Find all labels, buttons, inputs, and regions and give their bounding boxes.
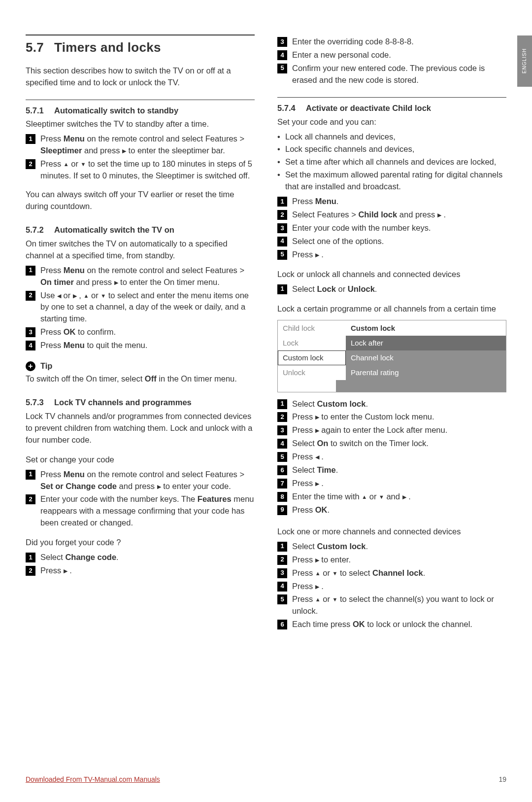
step-text: Select Custom lock. xyxy=(292,398,506,410)
step-badge: 3 xyxy=(277,425,287,435)
step-text: Enter a new personal code. xyxy=(292,49,506,61)
steps-574: 1Press Menu.2Select Features > Child loc… xyxy=(277,196,506,261)
heading-lock-all: Lock or unlock all channels and connecte… xyxy=(277,269,506,280)
step-badge: 1 xyxy=(26,266,35,276)
step: 3Enter your code with the number keys. xyxy=(277,222,506,234)
step: 9Press OK. xyxy=(277,504,506,516)
subheading-571: 5.7.1Automatically switch to standby xyxy=(26,105,255,117)
step-text: Press ▲ or ▼ to select the channel(s) yo… xyxy=(292,593,506,617)
step-badge: 4 xyxy=(277,582,287,592)
step: 4Select one of the options. xyxy=(277,236,506,247)
subheading-574: 5.7.4Activate or deactivate Child lock xyxy=(277,103,506,114)
step-text: Press ▶ . xyxy=(292,249,506,261)
step-text: Select Features > Child lock and press ▶… xyxy=(292,209,506,221)
step: 4Press Menu to quit the menu. xyxy=(26,340,255,351)
step-badge: 1 xyxy=(26,553,35,562)
language-tab: ENGLISH xyxy=(517,35,532,87)
step: 5Press ▶ . xyxy=(277,249,506,261)
right-column: 3Enter the overriding code 8-8-8-8.4Ente… xyxy=(277,35,506,632)
step: 5Press ◀ . xyxy=(277,451,506,463)
step-text: Select Time. xyxy=(292,464,506,476)
section-intro: This section describes how to switch the… xyxy=(26,65,255,89)
step-text: Enter your code with the number keys. Th… xyxy=(40,493,255,529)
step-text: Press OK. xyxy=(292,504,506,516)
step: 2Select Features > Child lock and press … xyxy=(277,209,506,221)
footer-download-link[interactable]: Downloaded From TV-Manual.com Manuals xyxy=(26,774,160,784)
step-badge: 2 xyxy=(26,291,35,301)
step: 3Press ▲ or ▼ to select Channel lock. xyxy=(277,567,506,579)
menu-row: LockLock after xyxy=(278,336,506,350)
menu-left-cell: Lock xyxy=(278,336,346,350)
step: 5Confirm your new entered code. The prev… xyxy=(277,63,506,86)
step-badge: 5 xyxy=(277,452,287,462)
manual-page: ENGLISH 5.7Timers and locks This section… xyxy=(0,0,532,802)
tip-label: Tip xyxy=(40,360,52,372)
lead-573: Lock TV channels and/or programmes from … xyxy=(26,411,255,446)
step-text: Press ▶ to enter. xyxy=(292,554,506,566)
step-text: Use ◀ or ▶ , ▲ or ▼ to select and enter … xyxy=(40,290,255,325)
step: 1Select Custom lock. xyxy=(277,398,506,410)
lead-574: Set your code and you can: xyxy=(277,116,506,128)
step-badge: 2 xyxy=(26,159,35,169)
step-badge: 2 xyxy=(277,412,287,422)
section-number: 5.7 xyxy=(26,38,54,57)
step: 2Press ▲ or ▼ to set the time up to 180 … xyxy=(26,158,255,182)
heading-set-code: Set or change your code xyxy=(26,454,255,466)
step-badge: 2 xyxy=(26,494,35,504)
step-text: Press ▶ again to enter the Lock after me… xyxy=(292,424,506,436)
step: 5Press ▲ or ▼ to select the channel(s) y… xyxy=(277,593,506,617)
step-badge: 9 xyxy=(277,505,287,515)
step-text: Select Lock or Unlock. xyxy=(292,283,506,295)
step-text: Each time press OK to lock or unlock the… xyxy=(292,619,506,630)
step: 2Press ▶ . xyxy=(26,565,255,577)
note-571: You can always switch off your TV earlie… xyxy=(26,189,255,212)
step-text: Select Change code. xyxy=(40,552,255,563)
step: 3Enter the overriding code 8-8-8-8. xyxy=(277,36,506,48)
step-badge: 4 xyxy=(26,341,35,350)
menu-right-cell: Channel lock xyxy=(346,350,506,365)
step-badge: 4 xyxy=(277,439,287,449)
step: 1Select Custom lock. xyxy=(277,541,506,553)
heading-lock-time: Lock a certain programme or all channels… xyxy=(277,303,506,315)
step-badge: 6 xyxy=(277,465,287,475)
step: 7Press ▶ . xyxy=(277,478,506,489)
step-text: Select one of the options. xyxy=(292,236,506,247)
step-text: Press Menu to quit the menu. xyxy=(40,340,255,351)
left-column: 5.7Timers and locks This section describ… xyxy=(26,35,255,632)
plus-circle-icon: + xyxy=(26,361,35,371)
step: 2Press ▶ to enter the Custom lock menu. xyxy=(277,411,506,423)
step-badge: 5 xyxy=(277,64,287,73)
step-text: Select On to switch on the Timer lock. xyxy=(292,438,506,450)
step: 1Press Menu on the remote control and se… xyxy=(26,469,255,492)
step-text: Press Menu. xyxy=(292,196,506,208)
steps-forgot-code-cont: 3Enter the overriding code 8-8-8-8.4Ente… xyxy=(277,36,506,86)
steps-lock-time: 1Select Custom lock.2Press ▶ to enter th… xyxy=(277,398,506,516)
menu-left-cell: Unlock xyxy=(278,365,346,380)
step-badge: 1 xyxy=(277,197,287,207)
menu-right-cell: Lock after xyxy=(346,336,506,350)
step: 1Select Lock or Unlock. xyxy=(277,283,506,295)
step: 6Each time press OK to lock or unlock th… xyxy=(277,619,506,630)
tip-heading: + Tip xyxy=(26,360,255,372)
step-badge: 2 xyxy=(26,566,35,576)
bullet-item: Lock all channels and devices, xyxy=(277,131,506,143)
step: 3Press OK to confirm. xyxy=(26,326,255,338)
step-text: Press ▲ or ▼ to set the time up to 180 m… xyxy=(40,158,255,182)
step-text: Press ▶ . xyxy=(292,478,506,489)
step: 1Press Menu. xyxy=(277,196,506,208)
step-text: Select Custom lock. xyxy=(292,541,506,553)
bullet-item: Set the maximum allowed parental rating … xyxy=(277,169,506,193)
step: 6Select Time. xyxy=(277,464,506,476)
step: 4Enter a new personal code. xyxy=(277,49,506,61)
menu-row: UnlockParental rating xyxy=(278,365,506,380)
step-badge: 3 xyxy=(26,327,35,337)
lead-571: Sleeptimer switches the TV to standby af… xyxy=(26,118,255,130)
step-badge: 3 xyxy=(277,568,287,578)
step-badge: 1 xyxy=(277,284,287,294)
subheading-573: 5.7.3Lock TV channels and programmes xyxy=(26,397,255,409)
step: 4Select On to switch on the Timer lock. xyxy=(277,438,506,450)
section-title: Timers and locks xyxy=(54,40,161,55)
step-text: Press ▶ to enter the Custom lock menu. xyxy=(292,411,506,423)
step-badge: 2 xyxy=(277,555,287,565)
menu-row: Custom lockChannel lock xyxy=(278,350,506,365)
